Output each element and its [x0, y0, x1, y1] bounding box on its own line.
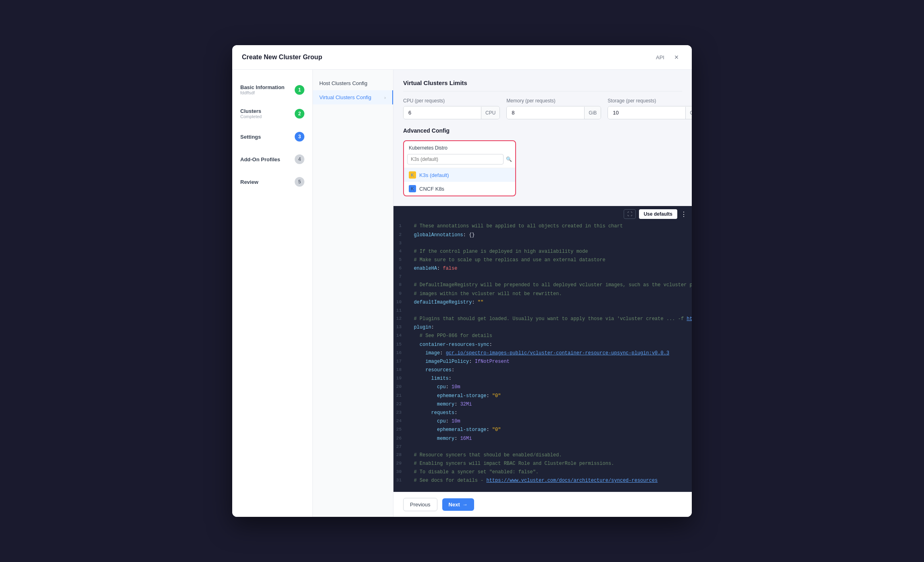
cpu-label: CPU (per requests) [403, 98, 500, 104]
sidebar-item-sublabel: fddffsdf [240, 90, 285, 95]
k3s-icon: K [409, 171, 416, 179]
code-line-16: 16 image: gcr.io/spectro-images-public/v… [393, 349, 692, 358]
cpu-unit: CPU [481, 107, 499, 119]
expand-button[interactable]: ⛶ [624, 209, 636, 219]
step-badge-5: 5 [295, 177, 304, 187]
step-badge-2: 2 [295, 109, 304, 119]
step-badge-3: 3 [295, 132, 304, 142]
code-editor-toolbar: ⛶ Use defaults ⋮ [393, 206, 692, 222]
main-content: Virtual Clusters Limits CPU (per request… [393, 70, 692, 516]
code-line-5: 5 # Make sure to scale up the replicas a… [393, 256, 692, 264]
modal-header: Create New Cluster Group API × [232, 45, 692, 70]
code-line-29: 29 # Enabling syncers will impact RBAC R… [393, 460, 692, 468]
code-line-1: 1 # These annotations will be applied to… [393, 222, 692, 231]
sidebar-item-settings[interactable]: Settings 3 [232, 127, 312, 146]
code-line-19: 19 limits: [393, 375, 692, 383]
storage-label: Storage (per requests) [608, 98, 692, 104]
nav-item-virtual-clusters[interactable]: Virtual Clusters Config › [313, 90, 393, 104]
modal-title: Create New Cluster Group [242, 54, 322, 61]
code-editor: ⛶ Use defaults ⋮ 1 # These annotations w… [393, 206, 692, 491]
api-link[interactable]: API [656, 54, 664, 60]
code-content: 1 # These annotations will be applied to… [393, 222, 692, 491]
cncf-icon: K [409, 185, 416, 192]
code-line-9: 9 # images within the vcluster will not … [393, 290, 692, 298]
sidebar: Basic Information fddffsdf 1 Clusters Co… [232, 70, 313, 516]
step-badge-1: 1 [295, 85, 304, 95]
storage-input[interactable] [608, 106, 685, 119]
next-arrow-icon: → [462, 502, 468, 508]
code-line-4: 4 # If the control plane is deployed in … [393, 248, 692, 256]
kubernetes-distro-dropdown[interactable]: Kubernetes Distro 🔍 K K3s (default) K CN… [403, 140, 516, 196]
code-line-7: 7 [393, 273, 692, 281]
sidebar-item-review[interactable]: Review 5 [232, 172, 312, 191]
code-line-6: 6 enableHA: false [393, 264, 692, 273]
sidebar-item-label: Clusters [240, 108, 262, 114]
advanced-config-title: Advanced Config [403, 127, 682, 134]
code-line-3: 3 [393, 239, 692, 248]
code-line-12: 12 # Plugins that should get loaded. Usu… [393, 315, 692, 323]
modal-body: Basic Information fddffsdf 1 Clusters Co… [232, 70, 692, 516]
code-line-14: 14 # See PPO-866 for details [393, 332, 692, 340]
code-line-26: 26 memory: 16Mi [393, 435, 692, 443]
distro-label: Kubernetes Distro [404, 141, 515, 152]
distro-option-k3s[interactable]: K K3s (default) [404, 168, 515, 182]
code-line-21: 21 ephemeral-storage: "0" [393, 392, 692, 400]
modal-container: Create New Cluster Group API × Basic Inf… [232, 45, 692, 516]
next-label: Next [449, 502, 460, 508]
code-line-24: 24 cpu: 10m [393, 417, 692, 426]
distro-search-input[interactable] [407, 154, 504, 164]
memory-input[interactable] [507, 106, 584, 119]
storage-unit: GiB [685, 107, 692, 119]
sidebar-item-addon-profiles[interactable]: Add-On Profiles 4 [232, 150, 312, 169]
sidebar-item-label: Basic Information [240, 84, 285, 90]
step-badge-4: 4 [295, 154, 304, 164]
memory-unit: GiB [584, 107, 601, 119]
next-button[interactable]: Next → [442, 498, 474, 511]
nav-item-host-clusters[interactable]: Host Clusters Config [313, 76, 393, 90]
use-defaults-button[interactable]: Use defaults [639, 209, 677, 219]
sidebar-item-clusters[interactable]: Clusters Completed 2 [232, 103, 312, 124]
distro-option-cncf[interactable]: K CNCF K8s [404, 182, 515, 196]
limits-form-row: CPU (per requests) CPU Memory (per reque… [403, 98, 682, 119]
storage-form-group: Storage (per requests) GiB [608, 98, 692, 119]
code-line-8: 8 # DefaultImageRegistry will be prepend… [393, 281, 692, 289]
sidebar-item-label: Review [240, 179, 258, 185]
code-line-23: 23 requests: [393, 409, 692, 417]
content-scroll: Virtual Clusters Limits CPU (per request… [393, 70, 692, 206]
more-options-button[interactable]: ⋮ [681, 210, 687, 218]
close-button[interactable]: × [671, 52, 682, 63]
code-line-30: 30 # To disable a syncer set "enabled: f… [393, 468, 692, 477]
search-icon: 🔍 [506, 156, 512, 162]
k3s-label: K3s (default) [419, 172, 449, 178]
code-line-22: 22 memory: 32Mi [393, 400, 692, 409]
memory-label: Memory (per requests) [506, 98, 601, 104]
code-line-27: 27 [393, 443, 692, 451]
memory-form-group: Memory (per requests) GiB [506, 98, 601, 119]
code-line-15: 15 container-resources-sync: [393, 341, 692, 349]
header-actions: API × [656, 52, 682, 63]
cpu-form-group: CPU (per requests) CPU [403, 98, 500, 119]
code-line-13: 13 plugin: [393, 323, 692, 332]
modal-footer: Previous Next → [393, 492, 692, 517]
sidebar-item-label: Settings [240, 134, 261, 140]
memory-input-wrapper: GiB [506, 106, 601, 119]
sidebar-item-sublabel: Completed [240, 114, 262, 119]
distro-options: K K3s (default) K CNCF K8s [404, 168, 515, 196]
sidebar-item-label: Add-On Profiles [240, 156, 280, 162]
code-line-28: 28 # Resource syncers that should be ena… [393, 451, 692, 460]
code-line-10: 10 defaultImageRegistry: "" [393, 298, 692, 307]
previous-button[interactable]: Previous [403, 498, 437, 511]
storage-input-wrapper: GiB [608, 106, 692, 119]
cncf-label: CNCF K8s [419, 186, 444, 192]
nav-panel: Host Clusters Config Virtual Clusters Co… [313, 70, 393, 516]
code-line-18: 18 resources: [393, 366, 692, 375]
section-title: Virtual Clusters Limits [403, 79, 682, 92]
cpu-input[interactable] [404, 106, 481, 119]
code-line-31: 31 # See docs for details - https://www.… [393, 477, 692, 485]
code-line-11: 11 [393, 307, 692, 315]
code-line-2: 2 globalAnnotations: {} [393, 231, 692, 239]
sidebar-item-basic-information[interactable]: Basic Information fddffsdf 1 [232, 79, 312, 100]
code-line-20: 20 cpu: 10m [393, 383, 692, 391]
distro-search: 🔍 [404, 152, 515, 168]
cpu-input-wrapper: CPU [403, 106, 500, 119]
